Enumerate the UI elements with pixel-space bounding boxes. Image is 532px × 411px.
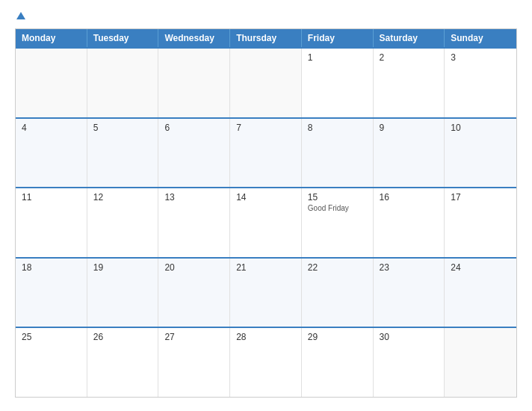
calendar-cell: 7: [230, 119, 302, 188]
calendar-cell: [16, 49, 87, 117]
day-number: 13: [164, 192, 223, 203]
calendar-header-row: MondayTuesdayWednesdayThursdayFridaySatu…: [16, 29, 516, 47]
calendar-header-cell: Friday: [302, 29, 374, 47]
calendar-cell: 9: [374, 119, 445, 188]
day-number: 12: [93, 192, 152, 203]
calendar-header-cell: Monday: [16, 29, 87, 47]
calendar-cell: 16: [374, 188, 445, 257]
day-number: 20: [164, 262, 223, 273]
calendar-cell: 18: [16, 259, 87, 327]
calendar-cell: [158, 49, 230, 117]
calendar-week: 18192021222324: [16, 257, 516, 327]
calendar-cell: 28: [230, 328, 302, 397]
calendar-cell: [445, 328, 516, 397]
logo-triangle-icon: [16, 12, 25, 19]
calendar-body: 123456789101112131415Good Friday16171819…: [16, 47, 516, 397]
calendar-cell: 19: [87, 259, 159, 327]
day-number: 24: [451, 262, 510, 273]
calendar-header-cell: Sunday: [445, 29, 516, 47]
calendar-cell: 11: [16, 188, 87, 257]
day-number: 27: [164, 332, 223, 342]
calendar-cell: 29: [302, 328, 374, 397]
calendar-cell: [230, 49, 302, 117]
day-number: 1: [308, 52, 367, 63]
calendar-header-cell: Tuesday: [87, 29, 159, 47]
calendar-cell: 15Good Friday: [302, 188, 374, 257]
calendar-cell: 30: [374, 328, 445, 397]
day-number: 17: [451, 192, 510, 203]
day-number: 11: [22, 192, 81, 203]
page: MondayTuesdayWednesdayThursdayFridaySatu…: [0, 0, 532, 411]
day-number: 9: [380, 123, 439, 133]
calendar-cell: 26: [87, 328, 159, 397]
calendar-cell: 22: [302, 259, 374, 327]
calendar-cell: 3: [445, 49, 516, 117]
calendar-header-cell: Wednesday: [158, 29, 230, 47]
day-number: 6: [164, 123, 223, 133]
day-number: 7: [236, 123, 295, 133]
calendar-cell: 24: [445, 259, 516, 327]
calendar-header-cell: Saturday: [374, 29, 445, 47]
calendar-cell: 1: [302, 49, 374, 117]
calendar-cell: 6: [158, 119, 230, 188]
day-number: 23: [380, 262, 439, 273]
header: [15, 13, 517, 21]
calendar-cell: 2: [374, 49, 445, 117]
calendar-cell: 13: [158, 188, 230, 257]
calendar: MondayTuesdayWednesdayThursdayFridaySatu…: [15, 28, 517, 398]
day-number: 5: [93, 123, 152, 133]
day-number: 3: [451, 52, 510, 63]
day-number: 26: [93, 332, 152, 342]
calendar-week: 45678910: [16, 117, 516, 188]
day-number: 8: [308, 123, 367, 133]
day-number: 30: [380, 332, 439, 342]
day-event: Good Friday: [308, 204, 367, 212]
day-number: 21: [236, 262, 295, 273]
calendar-cell: 12: [87, 188, 159, 257]
day-number: 10: [451, 123, 510, 133]
day-number: 18: [22, 262, 81, 273]
calendar-week: 252627282930: [16, 327, 516, 397]
day-number: 25: [22, 332, 81, 342]
day-number: 16: [380, 192, 439, 203]
calendar-cell: 23: [374, 259, 445, 327]
day-number: 22: [308, 262, 367, 273]
calendar-week: 1112131415Good Friday1617: [16, 187, 516, 257]
day-number: 29: [308, 332, 367, 342]
calendar-cell: 4: [16, 119, 87, 188]
calendar-cell: 8: [302, 119, 374, 188]
day-number: 19: [93, 262, 152, 273]
calendar-cell: 17: [445, 188, 516, 257]
calendar-cell: [87, 49, 159, 117]
calendar-cell: 27: [158, 328, 230, 397]
day-number: 4: [22, 123, 81, 133]
calendar-cell: 20: [158, 259, 230, 327]
calendar-cell: 14: [230, 188, 302, 257]
logo: [15, 13, 25, 21]
day-number: 28: [236, 332, 295, 342]
calendar-header-cell: Thursday: [230, 29, 302, 47]
day-number: 15: [308, 192, 367, 203]
calendar-cell: 25: [16, 328, 87, 397]
day-number: 14: [236, 192, 295, 203]
calendar-cell: 21: [230, 259, 302, 327]
calendar-cell: 10: [445, 119, 516, 188]
calendar-week: 123: [16, 47, 516, 117]
calendar-cell: 5: [87, 119, 159, 188]
day-number: 2: [380, 52, 439, 63]
